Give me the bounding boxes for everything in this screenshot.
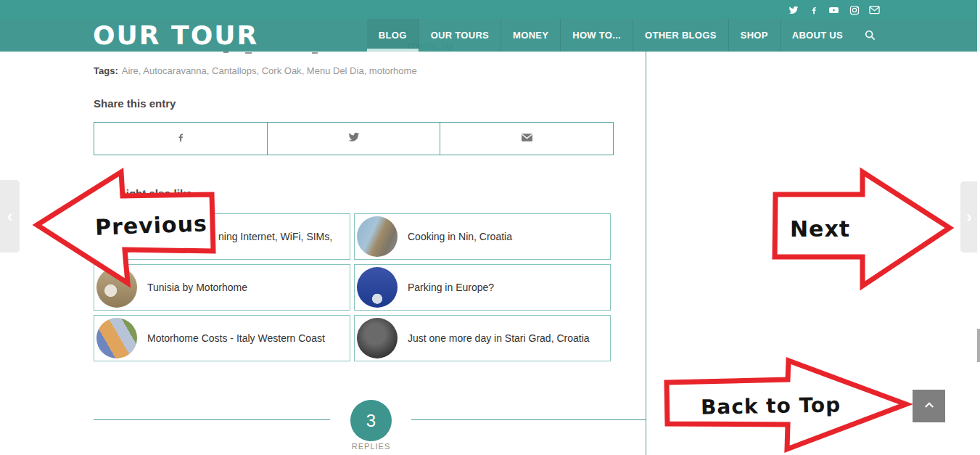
nav-item-our-tours[interactable]: OUR TOURS <box>419 19 501 52</box>
next-annotation-label: Next <box>790 216 850 242</box>
nav-item-shop[interactable]: SHOP <box>728 19 780 52</box>
related-card-title: Just one more day in Stari Grad, Croatia <box>408 332 590 344</box>
replies-label: REPLIES <box>329 442 413 451</box>
top-social-bar <box>0 0 980 19</box>
search-icon[interactable] <box>855 19 886 52</box>
mail-icon <box>521 132 533 146</box>
share-mail-button[interactable] <box>440 122 614 155</box>
youtube-icon[interactable] <box>828 4 839 15</box>
social-links <box>788 4 880 15</box>
tag-link[interactable]: Menu Del Dia <box>307 65 369 76</box>
post-thumbnail <box>357 318 398 358</box>
post-tags: Tags:AireAutocaravannaCantallopsCork Oak… <box>94 65 417 76</box>
main-header: OUR TOUR BLOG OUR TOURS MONEY HOW TO... … <box>0 19 980 52</box>
nav-item-about-us[interactable]: ABOUT US <box>780 19 855 52</box>
peek-descender-mark <box>223 52 228 53</box>
share-facebook-button[interactable] <box>94 122 268 155</box>
replies-count-badge: 3 <box>350 400 392 441</box>
tag-link[interactable]: motorhome <box>369 65 417 76</box>
nav-item-other-blogs[interactable]: OTHER BLOGS <box>633 19 728 52</box>
next-post-edge-button[interactable]: › <box>960 181 978 253</box>
nav-item-blog[interactable]: BLOG <box>367 19 419 52</box>
tags-label: Tags: <box>94 65 118 76</box>
back-to-top-button[interactable] <box>913 390 945 422</box>
chevron-up-icon <box>923 400 936 413</box>
related-card-parking-in-europe[interactable]: Parking in Europe? <box>354 264 611 311</box>
related-card-title: ning Internet, WiFi, SIMs, <box>218 231 332 242</box>
main-nav: BLOG OUR TOURS MONEY HOW TO... OTHER BLO… <box>367 19 886 52</box>
instagram-icon[interactable] <box>849 4 860 15</box>
scrollbar-thumb[interactable] <box>977 329 980 362</box>
twitter-icon <box>348 131 360 146</box>
facebook-icon[interactable] <box>808 4 819 15</box>
share-twitter-button[interactable] <box>267 122 441 155</box>
nav-item-how-to[interactable]: HOW TO... <box>560 19 633 52</box>
replies-divider-line <box>411 419 646 420</box>
previous-post-edge-button[interactable]: ‹ <box>0 180 20 253</box>
site-logo[interactable]: OUR TOUR <box>93 19 258 52</box>
mail-icon[interactable] <box>869 4 880 15</box>
back-to-top-annotation-label: Back to Top <box>701 393 841 419</box>
previous-annotation-label: Previous <box>94 210 207 239</box>
tag-link[interactable]: Aire <box>122 65 144 76</box>
twitter-icon[interactable] <box>788 4 799 15</box>
chevron-left-icon: ‹ <box>7 206 13 226</box>
related-card-motorhome-costs-italy[interactable]: Motorhome Costs - Italy Western Coast <box>94 315 350 361</box>
share-buttons <box>94 122 614 155</box>
tag-link[interactable]: Cantallops <box>212 65 262 76</box>
post-thumbnail <box>357 267 398 308</box>
related-card-title: Motorhome Costs - Italy Western Coast <box>147 332 325 344</box>
facebook-icon <box>175 131 186 146</box>
related-card-stari-grad[interactable]: Just one more day in Stari Grad, Croatia <box>354 315 611 361</box>
share-heading: Share this entry <box>94 97 176 110</box>
replies-divider-line <box>94 419 330 420</box>
nav-item-money[interactable]: MONEY <box>501 19 560 52</box>
content-sidebar-divider <box>646 52 646 455</box>
peek-descender-mark <box>312 52 318 54</box>
tag-link[interactable]: Cork Oak <box>262 65 307 76</box>
page: cheers, lay OUR TOUR BLOG OU <box>0 0 980 455</box>
related-card-title: Parking in Europe? <box>408 282 494 293</box>
peek-descender-mark <box>245 52 252 54</box>
related-card-cooking-in-nin[interactable]: Cooking in Nin, Croatia <box>354 213 611 260</box>
tag-link[interactable]: Autocaravanna <box>143 65 212 76</box>
scrollbar-track <box>977 0 980 455</box>
post-thumbnail <box>357 216 398 257</box>
chevron-right-icon: › <box>966 207 972 227</box>
related-card-title: Cooking in Nin, Croatia <box>408 231 512 242</box>
post-thumbnail <box>96 318 137 358</box>
